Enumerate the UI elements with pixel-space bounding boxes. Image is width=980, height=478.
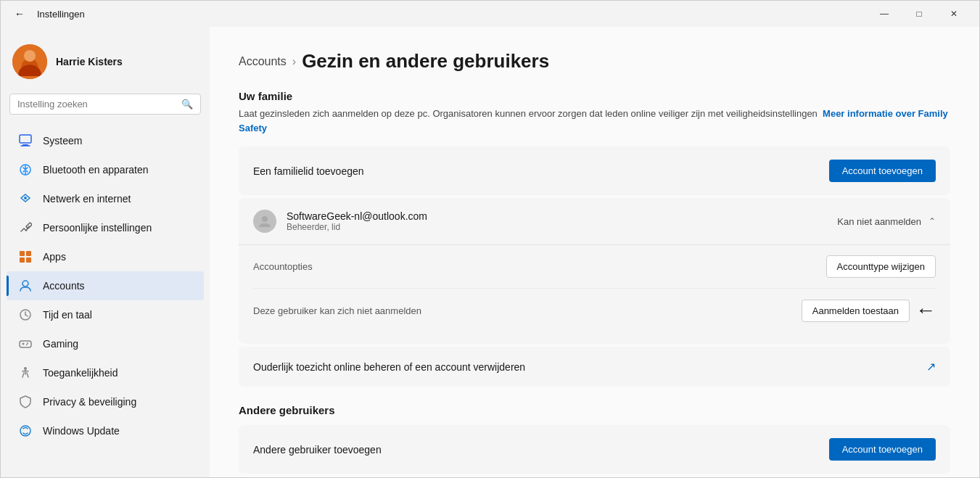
main-content: Accounts › Gezin en andere gebruikers Uw… [210, 27, 979, 477]
chevron-up-icon: ⌃ [928, 216, 936, 226]
accountopties-row: Accountopties Accounttype wijzigen [253, 245, 936, 288]
systeem-icon [18, 133, 33, 148]
privacy-icon [18, 395, 33, 409]
svg-rect-16 [20, 341, 31, 347]
aanmelden-toestaan-button[interactable]: Aanmelden toestaan [802, 300, 910, 322]
svg-point-1 [24, 50, 36, 62]
sidebar-item-label: Accounts [43, 280, 85, 292]
title-bar: ← Instellingen — □ ✕ [1, 1, 979, 27]
sidebar-item-privacy[interactable]: Privacy & beveiliging [7, 387, 204, 416]
add-family-button[interactable]: Account toevoegen [829, 160, 936, 182]
page-title: Gezin en andere gebruikers [302, 50, 549, 73]
sidebar-item-label: Toegankelijkheid [43, 367, 118, 379]
breadcrumb-separator: › [292, 55, 296, 68]
avatar [12, 44, 47, 79]
sidebar-item-label: Windows Update [43, 425, 120, 437]
sidebar-item-label: Persoonlijke instellingen [43, 222, 152, 234]
svg-rect-10 [20, 257, 25, 263]
sidebar-item-label: Apps [43, 251, 66, 263]
svg-point-12 [22, 281, 28, 287]
sidebar-item-persoonlijk[interactable]: Persoonlijke instellingen [7, 213, 204, 242]
kan-niet-aanmelden-label: Kan niet aanmelden [837, 216, 921, 227]
svg-rect-11 [26, 257, 31, 263]
user-email: SoftwareGeek-nl@outlook.com [287, 210, 427, 222]
window-title: Instellingen [37, 9, 85, 20]
minimize-button[interactable]: — [868, 1, 901, 27]
sidebar-item-label: Netwerk en internet [43, 193, 131, 205]
breadcrumb: Accounts › Gezin en andere gebruikers [239, 50, 950, 73]
aanmelden-area: Aanmelden toestaan ← [802, 299, 936, 322]
window-controls: — □ ✕ [868, 1, 971, 27]
windows-update-icon [18, 424, 33, 438]
search-input[interactable] [17, 99, 176, 110]
sidebar-item-gaming[interactable]: Gaming [7, 329, 204, 358]
andere-gebruiker-row: Andere gebruiker toevoegen Account toevo… [239, 425, 950, 474]
svg-rect-8 [20, 251, 25, 256]
netwerk-icon [18, 191, 33, 206]
external-link-icon: ↗ [926, 360, 936, 374]
family-section-title: Uw familie [239, 90, 950, 102]
add-family-label: Een familielid toevoegen [253, 165, 364, 177]
svg-point-6 [24, 197, 27, 199]
svg-rect-2 [20, 135, 31, 143]
svg-rect-7 [26, 223, 32, 228]
sidebar-item-toegankelijkheid[interactable]: Toegankelijkheid [7, 358, 204, 387]
family-user-header[interactable]: SoftwareGeek-nl@outlook.com Beheerder, l… [239, 198, 950, 244]
bluetooth-icon [18, 162, 33, 177]
search-icon: 🔍 [181, 99, 193, 110]
sidebar-item-netwerk[interactable]: Netwerk en internet [7, 184, 204, 213]
ouderlijk-card: Ouderlijk toezicht online beheren of een… [239, 347, 950, 387]
tijd-icon [18, 308, 33, 322]
svg-point-21 [24, 367, 27, 370]
accounts-icon [18, 279, 33, 293]
sidebar-item-tijd[interactable]: Tijd en taal [7, 300, 204, 329]
user-row: SoftwareGeek-nl@outlook.com Beheerder, l… [253, 210, 427, 233]
arrow-icon: ← [915, 299, 936, 322]
aanmelden-row: Deze gebruiker kan zich niet aanmelden A… [253, 288, 936, 332]
sidebar-item-bluetooth[interactable]: Bluetooth en apparaten [7, 155, 204, 184]
close-button[interactable]: ✕ [937, 1, 971, 27]
gaming-icon [18, 337, 33, 351]
persoonlijk-icon [18, 221, 33, 235]
search-box[interactable]: 🔍 [9, 94, 201, 115]
andere-gebruiker-label: Andere gebruiker toevoegen [253, 444, 382, 456]
sidebar-item-systeem[interactable]: Systeem [7, 126, 204, 155]
sidebar-item-label: Bluetooth en apparaten [43, 164, 149, 176]
user-name: Harrie Kisters [56, 56, 123, 67]
svg-rect-9 [26, 251, 31, 256]
sidebar-item-label: Systeem [43, 135, 82, 147]
svg-line-15 [25, 315, 28, 316]
back-button[interactable]: ← [9, 4, 30, 24]
user-info: SoftwareGeek-nl@outlook.com Beheerder, l… [287, 210, 427, 232]
accountopties-label: Accountopties [253, 261, 313, 272]
breadcrumb-parent: Accounts [239, 55, 287, 68]
apps-icon [18, 250, 33, 264]
ouderlijk-row: Ouderlijk toezicht online beheren of een… [239, 347, 950, 387]
sidebar-item-label: Gaming [43, 338, 78, 350]
add-family-card: Een familielid toevoegen Account toevoeg… [239, 147, 950, 195]
sidebar-item-accounts[interactable]: Accounts [7, 271, 204, 300]
svg-point-23 [262, 216, 268, 222]
maximize-button[interactable]: □ [902, 1, 936, 27]
user-profile: Harrie Kisters [1, 33, 210, 94]
user-role: Beheerder, lid [287, 222, 427, 232]
expand-right: Kan niet aanmelden ⌃ [837, 216, 936, 227]
accounttype-button[interactable]: Accounttype wijzigen [826, 255, 936, 278]
andere-gebruiker-card: Andere gebruiker toevoegen Account toevo… [239, 425, 950, 474]
user-avatar-small [253, 210, 276, 233]
ouderlijk-label: Ouderlijk toezicht online beheren of een… [253, 361, 525, 373]
andere-gebruikers-title: Andere gebruikers [239, 404, 950, 416]
niet-aanmelden-label: Deze gebruiker kan zich niet aanmelden [253, 305, 421, 316]
sidebar-item-label: Privacy & beveiliging [43, 396, 136, 408]
sidebar-item-label: Tijd en taal [43, 309, 92, 321]
andere-account-button[interactable]: Account toevoegen [829, 438, 936, 461]
description: Laat gezinsleden zich aanmelden op deze … [239, 107, 950, 135]
sidebar-item-apps[interactable]: Apps [7, 242, 204, 271]
sidebar-item-windows-update[interactable]: Windows Update [7, 416, 204, 445]
toegankelijkheid-icon [18, 366, 33, 380]
add-family-row: Een familielid toevoegen Account toevoeg… [239, 147, 950, 195]
expanded-body: Accountopties Accounttype wijzigen Deze … [239, 244, 950, 344]
svg-point-19 [27, 342, 28, 344]
svg-point-20 [26, 344, 28, 345]
family-user-card: SoftwareGeek-nl@outlook.com Beheerder, l… [239, 198, 950, 344]
